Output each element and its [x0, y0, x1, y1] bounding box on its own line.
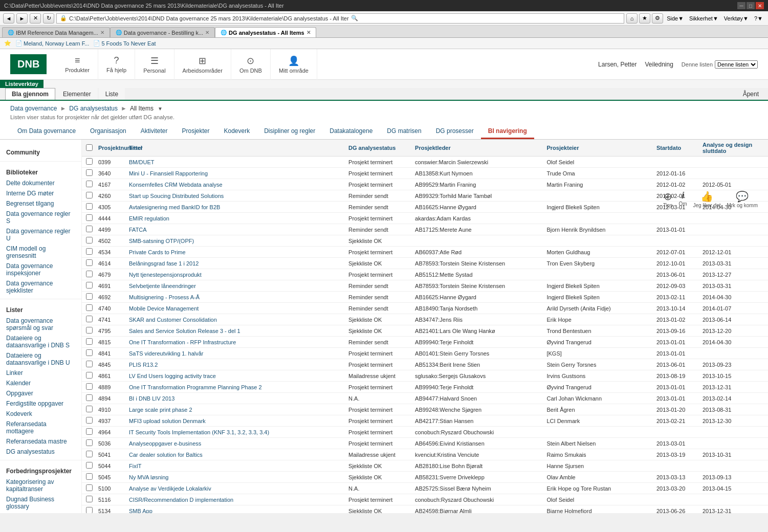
nav-produkter[interactable]: ≡ Produkter: [57, 49, 98, 80]
fav-foods[interactable]: 📄 5 Foods To Never Eat: [93, 40, 156, 47]
ribbon-tab-liste[interactable]: Liste: [99, 88, 125, 100]
sidebar-item-delte-dokumenter[interactable]: Delte dokumenter: [0, 178, 81, 188]
tab-dg-allitems-close[interactable]: ✕: [306, 30, 311, 35]
row-tittel[interactable]: MFI3 upload solution Denmark: [129, 418, 348, 424]
sidebar-item-dg-regler-u[interactable]: Data governance regler U: [0, 226, 81, 243]
sidebar-item-dg-analysestatus[interactable]: DG analysestatus: [0, 447, 81, 457]
tab-ibm[interactable]: 🌐 IBM Reference Data Managem... ✕: [2, 27, 110, 37]
row-checkbox[interactable]: [86, 484, 93, 491]
ribbon-tab-bla[interactable]: Bla gjennom: [5, 88, 55, 100]
row-tittel[interactable]: IT Security Tools Implementation (KNF 3.…: [129, 429, 348, 435]
col-tittel-header[interactable]: Tittel: [129, 145, 348, 151]
col-dg-header[interactable]: DG analysestatus: [348, 145, 415, 151]
col-nr-header[interactable]: Prosjektnummer: [98, 145, 129, 151]
row-tittel[interactable]: Konsernfelles CRM Webdata analyse: [129, 182, 348, 188]
row-tittel[interactable]: FixIT: [129, 463, 348, 469]
row-checkbox[interactable]: [86, 428, 93, 435]
side-dropdown[interactable]: Side▼: [665, 15, 686, 21]
breadcrumb-analysestatus[interactable]: DG analysestatus: [69, 105, 118, 112]
sp-logo[interactable]: DNB: [10, 54, 47, 74]
sidebar-item-dg-sjekklister[interactable]: Data governance sjekklister: [0, 278, 81, 296]
tab-dg-matrisen[interactable]: DG matrisen: [380, 124, 428, 139]
row-tittel[interactable]: Private Cards to Prime: [129, 249, 348, 255]
row-tittel[interactable]: BM/DUET: [129, 159, 348, 165]
col-eier-header[interactable]: Prosjekteier: [546, 145, 656, 151]
row-tittel[interactable]: Sales and Service Solution Release 3 - d…: [129, 328, 348, 334]
nav-personal[interactable]: ☰ Personal: [135, 49, 174, 80]
sidebar-item-dg-inspeksjoner[interactable]: Data governance inspeksjoner: [0, 261, 81, 278]
sidebar-item-oppgaver[interactable]: Oppgaver: [0, 388, 81, 398]
maximize-button[interactable]: □: [747, 2, 755, 9]
col-start-header[interactable]: Startdato: [656, 145, 703, 151]
row-checkbox[interactable]: [86, 214, 93, 221]
sidebar-item-linker[interactable]: Linker: [0, 368, 81, 378]
nav-om-dnb[interactable]: ⊙ Om DNB: [231, 49, 271, 80]
row-tittel[interactable]: Avtalesignering med BankID for B2B: [129, 204, 348, 210]
ribbon-tab-elementer[interactable]: Elementer: [56, 88, 98, 100]
fav-meland[interactable]: 📄 Meland, Norway Learn F...: [15, 40, 89, 47]
sidebar-item-cim-modell[interactable]: CIM modell og grensesnitt: [0, 243, 81, 261]
sidebar-item-kodeverk[interactable]: Kodeverk: [0, 409, 81, 419]
row-tittel[interactable]: SMB-satsning OTP/(OPF): [129, 238, 348, 244]
stop-button[interactable]: ✕: [30, 13, 41, 24]
tab-dg-bestilling-close[interactable]: ✕: [205, 30, 209, 35]
row-tittel[interactable]: Mini U - Finansiell Rapportering: [129, 170, 348, 176]
row-tittel[interactable]: Car dealer solution for Baltics: [129, 452, 348, 458]
select-all-checkbox[interactable]: [86, 144, 93, 151]
row-tittel[interactable]: PLIS R13.2: [129, 362, 348, 368]
row-checkbox[interactable]: [86, 259, 93, 266]
row-tittel[interactable]: Large scale print phase 2: [129, 407, 348, 413]
sidebar-item-dataeiere-s[interactable]: Dataeiere og dataansvarlige i DNB S: [0, 333, 81, 350]
row-tittel[interactable]: FATCA: [129, 227, 348, 233]
row-checkbox[interactable]: [86, 192, 93, 198]
minimize-button[interactable]: ─: [737, 2, 745, 9]
nav-arbeidsomrader[interactable]: ⊞ Arbeidsområder: [174, 49, 231, 80]
row-tittel[interactable]: Nytt tjenestepensjonsprodukt: [129, 272, 348, 278]
star-button[interactable]: ★: [639, 13, 650, 24]
row-tittel[interactable]: Analyseoppgaver e-business: [129, 440, 348, 447]
row-checkbox[interactable]: [86, 394, 93, 401]
row-tittel[interactable]: One IT Transformation - RFP Infrastructu…: [129, 339, 348, 345]
tab-bi-navigering[interactable]: BI navigering: [481, 124, 534, 139]
row-checkbox[interactable]: [86, 169, 93, 176]
back-button[interactable]: ◄: [3, 13, 14, 24]
sidebar-item-dg-sporsmal[interactable]: Data governance spørsmål og svar: [0, 316, 81, 333]
sp-user-name[interactable]: Larsen, Petter: [598, 61, 637, 68]
tab-organisasjon[interactable]: Organisasjon: [83, 124, 134, 139]
row-checkbox[interactable]: [86, 417, 93, 424]
tab-prosjekter[interactable]: Prosjekter: [174, 124, 216, 139]
row-tittel[interactable]: Multisignering - Prosess A-Å: [129, 294, 348, 300]
row-tittel[interactable]: LV End Users logging activity trace: [129, 373, 348, 379]
row-checkbox[interactable]: [86, 304, 93, 311]
sidebar-item-ref-mastre[interactable]: Referansedata mastre: [0, 436, 81, 447]
sidebar-item-dg-regler-s[interactable]: Data governance regler S: [0, 209, 81, 226]
row-checkbox[interactable]: [86, 338, 93, 345]
row-tittel[interactable]: Belåningsgrad fase 1 i 2012: [129, 260, 348, 267]
col-leder-header[interactable]: Prosjektleder: [415, 145, 546, 151]
sidebar-item-ref-mottagere[interactable]: Referansedata mottagere: [0, 419, 81, 436]
row-checkbox[interactable]: [86, 383, 93, 390]
row-tittel[interactable]: EMIR regulation: [129, 215, 348, 221]
sidebar-item-kalender[interactable]: Kalender: [0, 378, 81, 388]
tab-kodeverk[interactable]: Kodeverk: [217, 124, 257, 139]
sidebar-item-begrenset-tilgang[interactable]: Begrenset tilgang: [0, 198, 81, 209]
address-bar[interactable]: 🔒 C:\Data\Petter\Jobb\events\2014\DND Da…: [56, 13, 624, 24]
row-tittel[interactable]: Analyse av Verdikjede Lokalarkiv: [129, 485, 348, 492]
col-analyse-header[interactable]: Analyse og design sluttdato: [703, 142, 764, 154]
row-checkbox[interactable]: [86, 462, 93, 469]
row-checkbox[interactable]: [86, 293, 93, 300]
sidebar-item-ferdigstilte[interactable]: Ferdigstilte oppgaver: [0, 398, 81, 409]
row-tittel[interactable]: SaTS videreutvikling 1. halvår: [129, 350, 348, 357]
breadcrumb-dropdown[interactable]: ▼: [158, 106, 163, 112]
row-checkbox[interactable]: [86, 372, 93, 379]
row-tittel[interactable]: Mobile Device Management: [129, 305, 348, 312]
search-scope-dropdown[interactable]: Denne listen: [715, 60, 758, 69]
tab-aktiviteter[interactable]: Aktiviteter: [134, 124, 175, 139]
sp-user-help[interactable]: Veiledning: [645, 61, 673, 68]
row-tittel[interactable]: CISR/Recommendation D implementation: [129, 497, 348, 503]
refresh-button[interactable]: ↻: [43, 13, 54, 24]
row-checkbox[interactable]: [86, 282, 93, 289]
sidebar-item-interne-dg-moter[interactable]: Interne DG møter: [0, 188, 81, 198]
home-button[interactable]: ⌂: [626, 13, 638, 24]
row-checkbox[interactable]: [86, 361, 93, 367]
